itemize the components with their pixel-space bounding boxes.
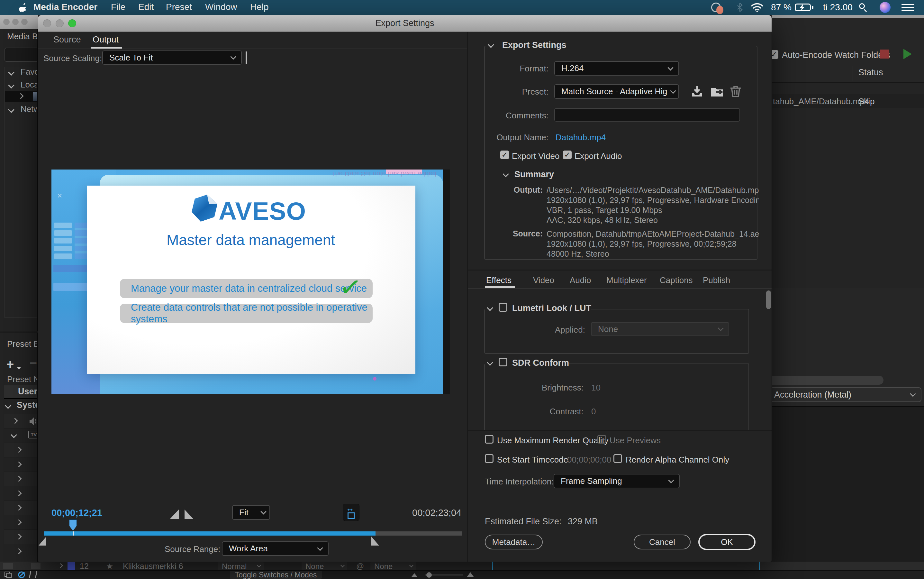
start-timecode-value[interactable]: 00;00;00;00 xyxy=(567,455,611,465)
tab-output[interactable]: Output xyxy=(93,35,119,45)
preset-row-audio[interactable] xyxy=(4,414,38,429)
effects-scrollbar[interactable] xyxy=(766,291,771,309)
queue-hscrollbar[interactable] xyxy=(772,376,883,385)
bg-zoom-icon[interactable] xyxy=(21,19,28,25)
preset-row[interactable] xyxy=(4,443,38,457)
system-presets-chevron-icon[interactable] xyxy=(5,402,11,409)
parent-pickwhip-icon[interactable]: @ xyxy=(356,562,364,571)
status-column-header[interactable]: Status xyxy=(859,67,883,77)
layer-mode-dropdown[interactable]: Normal xyxy=(218,562,264,570)
row-chevron-icon[interactable] xyxy=(16,548,21,554)
cancel-button[interactable]: Cancel xyxy=(634,535,691,550)
siri-icon[interactable] xyxy=(880,2,891,13)
row-chevron-icon[interactable] xyxy=(16,461,21,467)
tree-item-network[interactable]: Netw xyxy=(21,104,38,114)
remove-preset-button[interactable]: − xyxy=(29,356,37,370)
preset-row-tv[interactable]: TV xyxy=(4,429,38,443)
export-video-checkbox[interactable]: ✓ xyxy=(500,150,509,159)
tab-captions[interactable]: Captions xyxy=(660,275,693,285)
row-chevron-icon[interactable] xyxy=(16,476,21,481)
menu-help[interactable]: Help xyxy=(250,2,269,12)
render-alpha-checkbox[interactable] xyxy=(614,454,622,463)
time-interpolation-dropdown[interactable]: Frame Sampling xyxy=(553,474,680,488)
control-center-icon[interactable] xyxy=(901,3,914,11)
aspect-button[interactable]: ↔ xyxy=(343,504,359,521)
layer-star-icon[interactable]: ★ xyxy=(106,562,113,571)
preset-row[interactable] xyxy=(4,458,38,472)
layer-expand-icon[interactable] xyxy=(58,563,63,568)
zoom-fit-dropdown[interactable]: Fit xyxy=(232,505,270,520)
layer-parent-dropdown[interactable]: None xyxy=(371,562,416,570)
tv-chevron-icon[interactable] xyxy=(11,432,17,438)
preset-row[interactable] xyxy=(4,472,38,486)
row-chevron-icon[interactable] xyxy=(16,534,21,540)
tab-multiplexer[interactable]: Multiplexer xyxy=(606,275,647,285)
brackets-icon[interactable] xyxy=(29,571,37,578)
layer-trkmat-dropdown[interactable]: None xyxy=(302,562,347,570)
layer-name[interactable]: Klikkausmerkki 6 xyxy=(123,562,183,571)
stop-button[interactable] xyxy=(880,49,889,59)
tree-item-local[interactable]: Local xyxy=(21,80,38,90)
source-range-dropdown[interactable]: Work Area xyxy=(222,541,328,556)
watch-folders-checkbox[interactable]: ✓ xyxy=(772,50,779,59)
menu-preset[interactable]: Preset xyxy=(166,2,192,12)
toggle-switches-button[interactable]: Toggle Switches / Modes xyxy=(230,571,322,579)
save-preset-icon[interactable] xyxy=(690,85,704,98)
bg-close-icon[interactable] xyxy=(3,19,10,25)
menu-file[interactable]: File xyxy=(111,2,126,12)
user-presets-row[interactable]: User P xyxy=(4,385,38,399)
format-dropdown[interactable]: H.264 xyxy=(554,61,679,75)
menu-edit[interactable]: Edit xyxy=(138,2,153,12)
row-chevron-icon[interactable] xyxy=(16,505,21,510)
bluetooth-icon[interactable] xyxy=(736,3,743,12)
row-chevron-icon[interactable] xyxy=(16,447,21,453)
preset-dropdown[interactable]: Match Source - Adaptive High Bit… xyxy=(554,84,679,99)
sdr-checkbox[interactable] xyxy=(499,358,507,366)
system-presets-label[interactable]: Syste xyxy=(17,400,38,410)
lumetri-checkbox[interactable] xyxy=(499,303,507,312)
set-start-timecode-checkbox[interactable] xyxy=(485,454,493,463)
menu-window[interactable]: Window xyxy=(205,2,237,12)
bg-minimize-icon[interactable] xyxy=(12,19,19,25)
start-queue-button[interactable] xyxy=(903,49,912,59)
source-scaling-dropdown[interactable]: Scale To Fit xyxy=(102,51,242,65)
brightness-value[interactable]: 10 xyxy=(591,383,601,393)
preset-row[interactable] xyxy=(4,545,38,559)
tab-publish[interactable]: Publish xyxy=(703,275,730,285)
ok-button[interactable]: OK xyxy=(698,534,756,550)
zoom-out-icon[interactable] xyxy=(411,573,417,577)
tab-video[interactable]: Video xyxy=(533,275,554,285)
add-preset-button[interactable]: + xyxy=(7,357,14,371)
row-chevron-icon[interactable] xyxy=(16,519,21,525)
preset-row[interactable] xyxy=(4,501,38,515)
metadata-button[interactable]: Metadata… xyxy=(485,535,543,550)
tab-effects[interactable]: Effects xyxy=(486,275,511,285)
contrast-value[interactable]: 0 xyxy=(591,407,596,417)
comments-input[interactable] xyxy=(554,108,740,122)
delete-preset-icon[interactable] xyxy=(729,84,742,98)
tab-source[interactable]: Source xyxy=(53,35,81,45)
search-icon[interactable] xyxy=(859,3,865,9)
zoom-in-icon[interactable] xyxy=(467,572,474,577)
output-name-link[interactable]: Datahub.mp4 xyxy=(555,132,606,142)
tab-audio[interactable]: Audio xyxy=(570,275,591,285)
queue-row[interactable]: tahub_AME/Datahub.mp4 Skip xyxy=(772,94,924,108)
acceleration-dropdown[interactable]: Acceleration (Metal) xyxy=(772,387,921,402)
applied-dropdown[interactable]: None xyxy=(591,322,729,336)
graph-editor-icon[interactable] xyxy=(17,571,26,579)
menu-app-name[interactable]: Media Encoder xyxy=(33,2,98,12)
max-render-quality-checkbox[interactable] xyxy=(485,435,493,443)
use-previews-checkbox[interactable] xyxy=(597,435,606,443)
layer-color-chip[interactable] xyxy=(67,562,75,570)
media-browser-search-input[interactable] xyxy=(5,47,38,62)
preset-row[interactable] xyxy=(4,516,38,530)
wifi-icon[interactable] xyxy=(750,3,764,12)
preset-row[interactable] xyxy=(4,530,38,544)
row-chevron-icon[interactable] xyxy=(16,490,21,496)
apple-icon[interactable] xyxy=(19,3,28,13)
export-audio-checkbox[interactable]: ✓ xyxy=(563,150,571,159)
video-preview[interactable]: × The Data Set note has been added AVESO… xyxy=(51,170,450,394)
menubar-clock[interactable]: ti 23.00 xyxy=(823,2,853,13)
preset-row[interactable] xyxy=(4,487,38,501)
audio-chevron-icon[interactable] xyxy=(12,418,18,424)
